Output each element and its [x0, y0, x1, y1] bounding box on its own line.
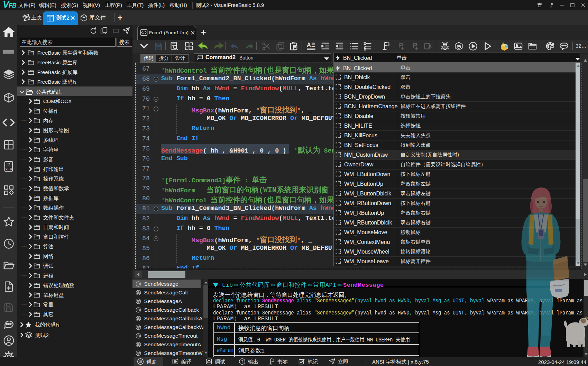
svg-text:A: A	[307, 42, 311, 48]
svg-text:VFB: VFB	[5, 167, 12, 171]
svg-text:FB: FB	[25, 15, 30, 19]
svg-text:调: 调	[139, 360, 142, 364]
svg-text:?: ?	[7, 162, 10, 167]
